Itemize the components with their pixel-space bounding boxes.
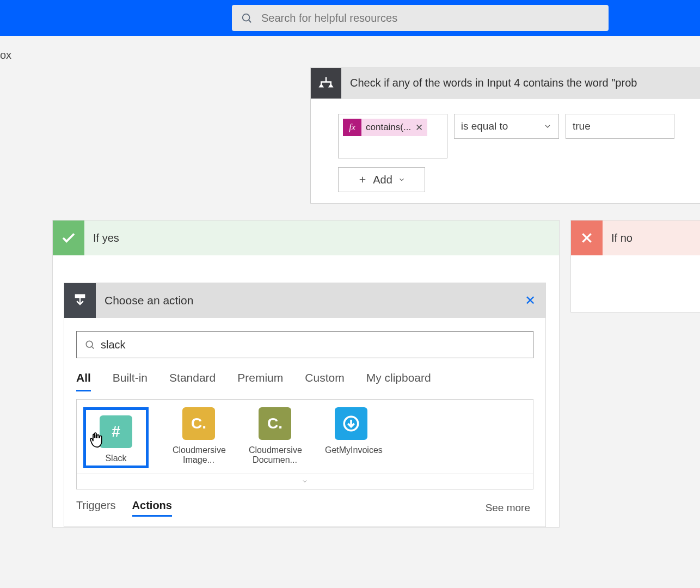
action-icon	[64, 283, 96, 318]
download-icon	[335, 407, 367, 440]
condition-icon	[311, 68, 341, 99]
connector-slack[interactable]: # Slack	[83, 407, 149, 468]
connector-label: Slack	[86, 454, 146, 463]
cloudmersive-icon: C.	[259, 407, 291, 440]
tab-my-clipboard[interactable]: My clipboard	[366, 371, 431, 391]
if-yes-title: If yes	[84, 232, 119, 244]
close-icon[interactable]: ✕	[525, 293, 536, 308]
condition-operator-label: is equal to	[461, 120, 508, 132]
connector-cloudmersive-image[interactable]: C. Cloudmersive Image...	[173, 407, 225, 468]
triggers-actions-row: Triggers Actions See more	[64, 489, 545, 526]
condition-body: fx contains(... ✕ is equal to true Add	[311, 99, 700, 203]
add-label: Add	[373, 174, 392, 186]
condition-add-button[interactable]: Add	[338, 167, 425, 192]
expression-label: contains(...	[366, 122, 411, 133]
if-no-title: If no	[603, 232, 633, 244]
if-yes-branch: If yes Choose an action ✕ All Built-in	[52, 220, 560, 528]
search-icon	[241, 12, 253, 24]
plus-icon	[358, 175, 367, 185]
if-no-header[interactable]: If no	[571, 220, 700, 255]
condition-title: Check if any of the words in Input 4 con…	[341, 77, 637, 89]
condition-value-text: true	[573, 120, 591, 132]
tab-triggers[interactable]: Triggers	[76, 499, 116, 517]
expression-remove-icon[interactable]: ✕	[415, 122, 423, 133]
connector-grid: # Slack C. Cloudmersive Image... C. Clou…	[77, 400, 533, 474]
tab-all[interactable]: All	[76, 371, 91, 391]
expression-pill[interactable]: fx contains(... ✕	[343, 119, 427, 136]
global-search[interactable]	[232, 5, 609, 31]
fx-icon: fx	[343, 119, 361, 136]
connector-label: Cloudmersive Documen...	[249, 445, 301, 465]
connector-label: Cloudmersive Image...	[173, 445, 225, 465]
tab-standard[interactable]: Standard	[169, 371, 216, 391]
chevron-down-icon	[398, 176, 406, 183]
connectors-panel: # Slack C. Cloudmersive Image... C. Clou…	[76, 399, 533, 489]
condition-left-operand[interactable]: fx contains(... ✕	[338, 114, 447, 158]
connector-getmyinvoices[interactable]: GetMyInvoices	[325, 407, 377, 468]
choose-action-title: Choose an action	[96, 294, 193, 307]
condition-header[interactable]: Check if any of the words in Input 4 con…	[311, 68, 700, 99]
svg-line-7	[92, 347, 94, 349]
condition-card: Check if any of the words in Input 4 con…	[310, 68, 700, 204]
connector-label: GetMyInvoices	[325, 445, 377, 455]
see-more-link[interactable]: See more	[486, 502, 530, 514]
svg-point-6	[86, 341, 93, 347]
cloudmersive-icon: C.	[182, 407, 215, 440]
svg-line-1	[249, 20, 251, 22]
choose-action-card: Choose an action ✕ All Built-in Standard…	[64, 283, 546, 527]
check-icon	[53, 220, 84, 255]
expand-connectors-chevron[interactable]	[77, 474, 533, 489]
connector-filter-tabs: All Built-in Standard Premium Custom My …	[64, 358, 545, 391]
close-icon	[571, 220, 603, 255]
connector-search-input[interactable]	[101, 339, 525, 351]
slack-icon: #	[100, 415, 132, 448]
connector-search[interactable]	[76, 331, 533, 358]
svg-point-0	[243, 14, 250, 21]
if-yes-header[interactable]: If yes	[53, 220, 559, 255]
global-search-input[interactable]	[261, 12, 600, 24]
tab-custom[interactable]: Custom	[305, 371, 344, 391]
search-icon	[84, 339, 95, 350]
condition-operator-select[interactable]: is equal to	[454, 114, 559, 139]
choose-action-header: Choose an action ✕	[64, 283, 545, 318]
connector-cloudmersive-document[interactable]: C. Cloudmersive Documen...	[249, 407, 301, 468]
tab-actions[interactable]: Actions	[132, 499, 172, 517]
chevron-down-icon	[543, 122, 552, 131]
condition-value-input[interactable]: true	[566, 114, 674, 139]
if-no-branch: If no	[570, 220, 700, 313]
breadcrumb-fragment: ox	[0, 49, 11, 62]
tab-built-in[interactable]: Built-in	[113, 371, 148, 391]
tab-premium[interactable]: Premium	[237, 371, 283, 391]
svg-rect-4	[76, 295, 84, 298]
top-bar	[0, 0, 700, 36]
